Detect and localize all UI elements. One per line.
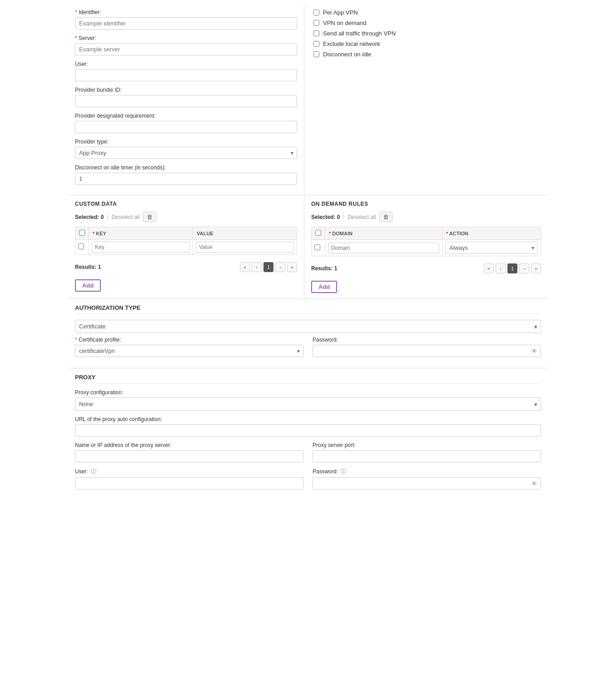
provider-designated-input[interactable]: [75, 121, 297, 133]
send-all-traffic-row: Send all traffic through VPN: [313, 30, 539, 37]
on-demand-row-checkbox[interactable]: [314, 244, 320, 250]
domain-input[interactable]: [328, 243, 439, 253]
first-page-btn[interactable]: «: [484, 263, 494, 273]
custom-data-row-checkbox[interactable]: [78, 243, 84, 249]
user-label: User:: [75, 61, 297, 67]
send-all-traffic-checkbox[interactable]: [313, 30, 319, 36]
on-demand-toolbar: Selected: 0 Deselect all 🗑: [311, 212, 541, 222]
next-page-btn[interactable]: ›: [519, 263, 529, 273]
idle-timer-label: Disconnect on idle timer (in seconds):: [75, 164, 297, 171]
disconnect-on-idle-row: Disconnect on idle: [313, 51, 539, 58]
on-demand-select-all[interactable]: [315, 230, 321, 236]
eye-icon[interactable]: 👁: [531, 480, 537, 487]
proxy-password-wrapper: 👁: [313, 477, 541, 490]
proxy-server-label: Name or IP address of the proxy server:: [75, 442, 303, 448]
proxy-config-select-wrapper: None Manual Auto ▾: [75, 397, 541, 411]
exclude-local-checkbox[interactable]: [313, 41, 319, 47]
server-label: * Server:: [75, 35, 297, 41]
custom-data-select-all[interactable]: [79, 230, 85, 236]
proxy-user-input[interactable]: [75, 477, 303, 490]
table-row: Always Never Evaluate connection ▾: [312, 240, 541, 256]
idle-timer-input[interactable]: [75, 173, 297, 185]
on-demand-deselect-btn[interactable]: Deselect all: [348, 214, 376, 220]
provider-bundle-input[interactable]: [75, 95, 297, 107]
per-app-vpn-label: Per App VPN: [323, 9, 358, 16]
custom-data-deselect-btn[interactable]: Deselect all: [111, 214, 139, 220]
auth-type-select[interactable]: Certificate Password None: [75, 320, 541, 333]
proxy-section-title: PROXY: [75, 374, 541, 384]
custom-data-add-btn[interactable]: Add: [75, 279, 101, 292]
on-demand-pagination: « ‹ 1 › »: [484, 263, 541, 273]
cert-profile-label: * Certificate profile:: [75, 337, 303, 343]
cert-profile-select[interactable]: certificateVpn: [75, 345, 303, 357]
first-page-btn[interactable]: «: [240, 262, 250, 272]
proxy-port-label: Proxy server port:: [313, 442, 541, 448]
auth-section-title: AUTHORIZATION TYPE: [75, 304, 541, 314]
disconnect-on-idle-checkbox[interactable]: [313, 51, 319, 57]
value-input[interactable]: [196, 242, 294, 253]
custom-data-results: Results: 1: [75, 264, 101, 270]
provider-bundle-label: Provider bundle ID:: [75, 87, 297, 93]
on-demand-delete-btn[interactable]: 🗑: [379, 212, 392, 222]
user-input[interactable]: [75, 69, 297, 81]
on-demand-selected: Selected: 0: [311, 214, 340, 220]
exclude-local-row: Exclude local network: [313, 40, 539, 47]
prev-page-btn[interactable]: ‹: [252, 262, 262, 272]
on-demand-toolbar-divider: [343, 213, 344, 221]
vpn-on-demand-row: VPN on demand: [313, 20, 539, 26]
identifier-input[interactable]: [75, 17, 297, 30]
custom-data-pagination: « ‹ 1 › »: [240, 262, 297, 272]
info-icon[interactable]: ⓘ: [91, 468, 96, 475]
info-icon[interactable]: ⓘ: [341, 468, 346, 475]
proxy-url-label: URL of the proxy auto configuration:: [75, 416, 541, 422]
identifier-label: * Identifier:: [75, 9, 297, 15]
on-demand-title: ON DEMAND RULES: [311, 201, 541, 207]
exclude-local-label: Exclude local network: [323, 40, 380, 47]
auth-type-select-wrapper: Certificate Password None ▾: [75, 320, 541, 333]
provider-type-label: Provider type:: [75, 139, 297, 145]
server-input[interactable]: [75, 43, 297, 55]
vpn-on-demand-label: VPN on demand: [323, 20, 366, 26]
vpn-on-demand-checkbox[interactable]: [313, 20, 319, 26]
custom-data-selected: Selected: 0: [75, 214, 104, 220]
proxy-password-input[interactable]: [313, 477, 541, 490]
password-label: Password:: [313, 337, 541, 343]
auth-password-input[interactable]: [313, 345, 541, 357]
toolbar-divider: [107, 213, 108, 221]
provider-type-select-wrapper: App Proxy Packet Tunnel ▾: [75, 147, 297, 159]
last-page-btn[interactable]: »: [287, 262, 297, 272]
action-select[interactable]: Always Never Evaluate connection: [445, 242, 538, 254]
table-row: [75, 240, 297, 255]
proxy-config-label: Proxy configuration:: [75, 389, 541, 396]
proxy-url-input[interactable]: [75, 424, 541, 437]
action-select-wrapper: Always Never Evaluate connection ▾: [445, 242, 538, 254]
eye-icon[interactable]: 👁: [531, 347, 537, 355]
on-demand-table: * DOMAIN * ACTION Always Never: [311, 227, 541, 256]
provider-designated-label: Provider designated requirement:: [75, 113, 297, 119]
cert-profile-select-wrapper: certificateVpn ▾: [75, 345, 303, 357]
last-page-btn[interactable]: »: [531, 263, 541, 273]
proxy-config-select[interactable]: None Manual Auto: [75, 397, 541, 411]
auth-password-wrapper: 👁: [313, 345, 541, 357]
proxy-port-input[interactable]: [313, 450, 541, 462]
prev-page-btn[interactable]: ‹: [496, 263, 506, 273]
key-input[interactable]: [92, 242, 190, 253]
custom-data-table: * KEY VALUE: [75, 227, 297, 255]
disconnect-on-idle-label: Disconnect on idle: [323, 51, 371, 58]
custom-data-toolbar: Selected: 0 Deselect all 🗑: [75, 212, 297, 222]
proxy-user-label: User: ⓘ: [75, 468, 303, 476]
next-page-btn[interactable]: ›: [275, 262, 285, 272]
custom-data-delete-btn[interactable]: 🗑: [143, 212, 156, 222]
custom-data-title: CUSTOM DATA: [75, 201, 297, 207]
proxy-server-input[interactable]: [75, 450, 303, 462]
on-demand-add-btn[interactable]: Add: [311, 281, 337, 293]
trash-icon: 🗑: [383, 213, 389, 220]
send-all-traffic-label: Send all traffic through VPN: [323, 30, 396, 37]
current-page-btn[interactable]: 1: [507, 263, 517, 273]
trash-icon: 🗑: [147, 213, 153, 220]
on-demand-results: Results: 1: [311, 265, 337, 272]
per-app-vpn-row: Per App VPN: [313, 9, 539, 16]
current-page-btn[interactable]: 1: [263, 262, 273, 272]
provider-type-select[interactable]: App Proxy Packet Tunnel: [75, 147, 297, 159]
per-app-vpn-checkbox[interactable]: [313, 10, 319, 15]
